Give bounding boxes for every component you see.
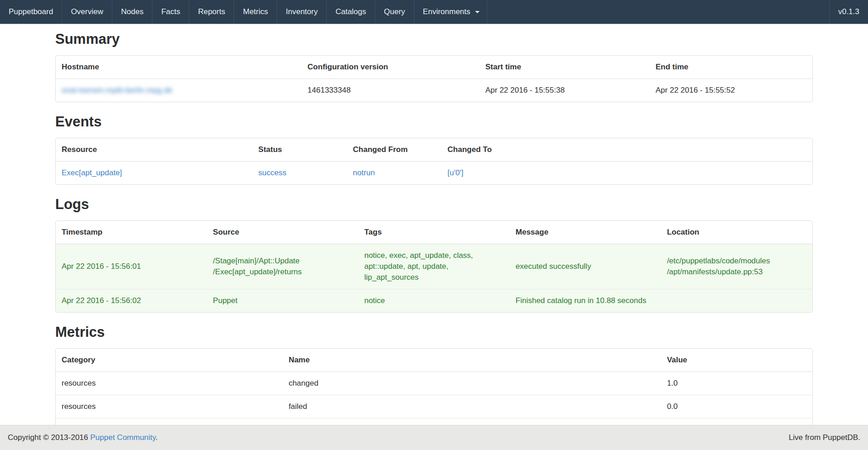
main-content: Summary Hostname Configuration version S… bbox=[55, 24, 813, 442]
nav-item-inventory[interactable]: Inventory bbox=[277, 0, 326, 24]
logs-header-row: Timestamp Source Tags Message Location bbox=[56, 221, 812, 244]
summary-col-start-time: Start time bbox=[479, 56, 649, 79]
event-resource-link[interactable]: Exec[apt_update] bbox=[62, 168, 122, 177]
logs-col-source: Source bbox=[207, 221, 359, 244]
events-col-resource: Resource bbox=[56, 138, 252, 162]
events-col-changed-to: Changed To bbox=[442, 138, 812, 162]
log-message: Finished catalog run in 10.88 seconds bbox=[510, 289, 661, 313]
event-changed-to-link[interactable]: [u'0'] bbox=[448, 168, 464, 177]
metric-name: changed bbox=[282, 372, 661, 395]
log-tags: notice bbox=[358, 289, 510, 313]
logs-table: Timestamp Source Tags Message Location A… bbox=[56, 221, 812, 312]
navbar: Puppetboard Overview Nodes Facts Reports… bbox=[0, 0, 868, 24]
logs-panel: Timestamp Source Tags Message Location A… bbox=[55, 220, 813, 313]
nav-item-metrics[interactable]: Metrics bbox=[234, 0, 277, 24]
footer-copyright-suffix: . bbox=[156, 433, 158, 442]
metric-category: resources bbox=[56, 395, 282, 419]
summary-hostname-link[interactable]: snat-tserwm.mpib-berlin.mpg.de bbox=[62, 86, 173, 94]
metric-category: resources bbox=[56, 372, 282, 395]
footer: Copyright © 2013-2016 Puppet Community. … bbox=[0, 425, 868, 450]
footer-copyright: Copyright © 2013-2016 Puppet Community. bbox=[8, 433, 158, 442]
summary-config-version-value: 1461333348 bbox=[302, 79, 480, 102]
log-timestamp: Apr 22 2016 - 15:56:02 bbox=[56, 289, 207, 313]
metric-row: resources failed 0.0 bbox=[56, 395, 812, 419]
summary-end-time-value: Apr 22 2016 - 15:55:52 bbox=[650, 79, 812, 102]
footer-copyright-prefix: Copyright © 2013-2016 bbox=[8, 433, 90, 442]
events-col-changed-from: Changed From bbox=[347, 138, 441, 162]
summary-panel: Hostname Configuration version Start tim… bbox=[55, 55, 813, 102]
event-changed-from-link[interactable]: notrun bbox=[353, 168, 375, 177]
nav-item-catalogs[interactable]: Catalogs bbox=[326, 0, 375, 24]
log-message: executed successfully bbox=[510, 244, 661, 289]
log-source: /Stage[main]/Apt::Update /Exec[apt_updat… bbox=[207, 244, 359, 289]
nav-item-overview[interactable]: Overview bbox=[62, 0, 112, 24]
nav-item-query[interactable]: Query bbox=[375, 0, 413, 24]
nav-item-reports[interactable]: Reports bbox=[189, 0, 234, 24]
metrics-section-title: Metrics bbox=[55, 324, 813, 340]
summary-col-end-time: End time bbox=[650, 56, 812, 79]
navbar-right: v0.1.3 bbox=[829, 0, 868, 24]
metrics-col-name: Name bbox=[282, 349, 661, 372]
summary-table: Hostname Configuration version Start tim… bbox=[56, 56, 812, 102]
events-section-title: Events bbox=[55, 114, 813, 130]
chevron-down-icon bbox=[475, 11, 480, 13]
metrics-header-row: Category Name Value bbox=[56, 349, 812, 372]
metric-value: 0.0 bbox=[661, 395, 812, 419]
nav-environments-label: Environments bbox=[423, 7, 471, 16]
summary-start-time-value: Apr 22 2016 - 15:55:38 bbox=[479, 79, 649, 102]
navbar-version-badge: v0.1.3 bbox=[829, 0, 868, 24]
log-timestamp: Apr 22 2016 - 15:56:01 bbox=[56, 244, 207, 289]
log-location bbox=[661, 289, 812, 313]
summary-row: snat-tserwm.mpib-berlin.mpg.de 146133334… bbox=[56, 79, 812, 102]
log-source: Puppet bbox=[207, 289, 359, 313]
metric-value: 1.0 bbox=[661, 372, 812, 395]
navbar-links: Puppetboard Overview Nodes Facts Reports… bbox=[0, 0, 487, 24]
metrics-col-category: Category bbox=[56, 349, 282, 372]
puppet-community-link[interactable]: Puppet Community bbox=[90, 433, 156, 442]
summary-col-hostname: Hostname bbox=[56, 56, 302, 79]
events-table: Resource Status Changed From Changed To … bbox=[56, 138, 812, 184]
summary-header-row: Hostname Configuration version Start tim… bbox=[56, 56, 812, 79]
nav-brand-puppetboard[interactable]: Puppetboard bbox=[0, 0, 62, 24]
summary-section-title: Summary bbox=[55, 31, 813, 47]
log-location: /etc/puppetlabs/code/modules /apt/manife… bbox=[661, 244, 812, 289]
summary-col-config-version: Configuration version bbox=[302, 56, 480, 79]
log-row: Apr 22 2016 - 15:56:02 Puppet notice Fin… bbox=[56, 289, 812, 313]
events-panel: Resource Status Changed From Changed To … bbox=[55, 138, 813, 185]
events-header-row: Resource Status Changed From Changed To bbox=[56, 138, 812, 162]
event-status-link[interactable]: success bbox=[258, 168, 286, 177]
events-col-status: Status bbox=[252, 138, 347, 162]
log-tags: notice, exec, apt_update, class, apt::up… bbox=[358, 244, 510, 289]
logs-col-location: Location bbox=[661, 221, 812, 244]
nav-item-nodes[interactable]: Nodes bbox=[112, 0, 152, 24]
footer-source-note: Live from PuppetDB. bbox=[789, 433, 860, 442]
events-row: Exec[apt_update] success notrun [u'0'] bbox=[56, 162, 812, 185]
nav-item-environments-dropdown[interactable]: Environments bbox=[414, 0, 487, 24]
logs-col-message: Message bbox=[510, 221, 661, 244]
metric-row: resources changed 1.0 bbox=[56, 372, 812, 395]
metric-name: failed bbox=[282, 395, 661, 419]
logs-col-timestamp: Timestamp bbox=[56, 221, 207, 244]
nav-item-facts[interactable]: Facts bbox=[152, 0, 189, 24]
log-row: Apr 22 2016 - 15:56:01 /Stage[main]/Apt:… bbox=[56, 244, 812, 289]
logs-section-title: Logs bbox=[55, 197, 813, 212]
logs-col-tags: Tags bbox=[358, 221, 510, 244]
metrics-col-value: Value bbox=[661, 349, 812, 372]
